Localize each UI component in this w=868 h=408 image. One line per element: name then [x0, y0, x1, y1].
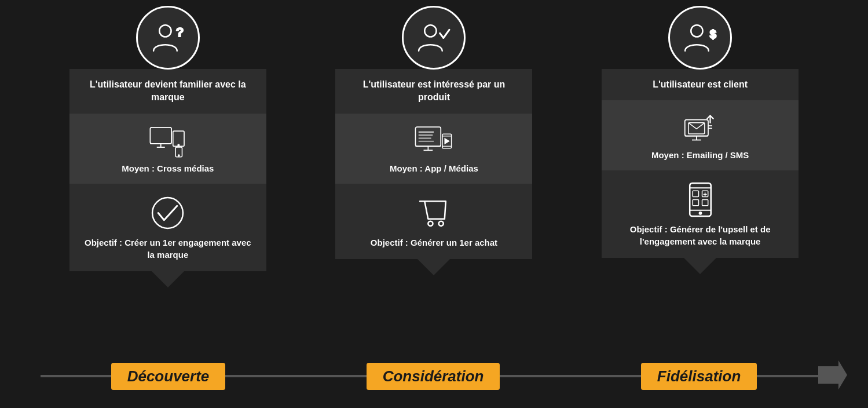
fidelisation-top-text: L'utilisateur est client: [653, 79, 748, 89]
user-question-icon: ?: [149, 19, 186, 57]
card-fidelisation-bottom: Objectif : Générer de l'upsell et de l'e…: [602, 170, 799, 258]
label-items: Découverte Considération Fidélisation: [41, 363, 827, 390]
label-box-fidelisation: Fidélisation: [641, 363, 757, 390]
card-decouverte: L'utilisateur devient familier avec la m…: [69, 69, 266, 271]
decouverte-middle-text: Moyen : Cross médias: [122, 163, 214, 173]
decouverte-bottom-text: Objectif : Créer un 1er engagement avec …: [81, 236, 255, 261]
decouverte-arrow-down: [152, 271, 184, 287]
decouverte-label: Découverte: [127, 367, 210, 385]
decouverte-top-text: L'utilisateur devient familier avec la m…: [90, 79, 246, 102]
svg-rect-44: [702, 200, 708, 206]
consideration-top-text: L'utilisateur est intéressé par un produ…: [363, 79, 506, 102]
mobile-app-icon: [682, 181, 719, 218]
svg-rect-6: [173, 131, 184, 146]
label-box-decouverte: Découverte: [111, 363, 226, 390]
svg-point-0: [160, 25, 171, 37]
emailing-icon: [680, 111, 720, 145]
svg-text:?: ?: [176, 25, 184, 39]
card-decouverte-middle: Moyen : Cross médias: [69, 114, 266, 184]
app-media-icon: [413, 124, 454, 159]
fidelisation-arrow-down: [684, 258, 716, 274]
svg-rect-41: [693, 191, 698, 197]
svg-rect-43: [693, 200, 698, 206]
consideration-icon-circle: [402, 6, 466, 70]
card-consideration-top: L'utilisateur est intéressé par un produ…: [335, 69, 532, 114]
card-fidelisation-top: L'utilisateur est client: [602, 69, 799, 100]
consideration-middle-text: Moyen : App / Médias: [390, 163, 478, 173]
consideration-bottom-text: Objectif : Générer un 1er achat: [371, 236, 497, 249]
bottom-row: Découverte Considération Fidélisation: [17, 350, 851, 402]
main-container: ? L'utilisateur devient familier avec la…: [0, 0, 868, 408]
svg-point-40: [699, 212, 701, 214]
svg-point-8: [178, 144, 180, 146]
columns-row: ? L'utilisateur devient familier avec la…: [17, 6, 851, 350]
card-consideration-bottom: Objectif : Générer un 1er achat: [335, 184, 532, 259]
svg-point-26: [439, 221, 444, 226]
svg-rect-13: [416, 127, 441, 146]
svg-point-27: [691, 25, 702, 37]
user-dollar-icon: $: [682, 19, 719, 57]
fidelisation-middle-text: Moyen : Emailing / SMS: [651, 150, 749, 160]
svg-rect-2: [150, 128, 171, 144]
decouverte-icon-circle: ?: [136, 6, 200, 70]
column-fidelisation: $ L'utilisateur est client: [602, 6, 799, 274]
svg-point-11: [152, 198, 183, 228]
svg-point-10: [178, 155, 180, 156]
svg-text:$: $: [709, 27, 716, 40]
svg-point-25: [428, 221, 433, 226]
svg-marker-22: [445, 139, 449, 144]
card-consideration-middle: Moyen : App / Médias: [335, 114, 532, 184]
svg-point-12: [424, 25, 436, 37]
fidelisation-icon-circle: $: [668, 6, 732, 70]
column-consideration: L'utilisateur est intéressé par un produ…: [335, 6, 532, 275]
cross-media-icon: [148, 124, 188, 159]
cart-icon: [415, 194, 453, 232]
card-decouverte-bottom: Objectif : Créer un 1er engagement avec …: [69, 184, 266, 271]
card-consideration: L'utilisateur est intéressé par un produ…: [335, 69, 532, 259]
card-fidelisation-middle: Moyen : Emailing / SMS: [602, 100, 799, 170]
consideration-label: Considération: [383, 367, 484, 385]
fidelisation-label: Fidélisation: [657, 367, 741, 385]
consideration-arrow-down: [417, 259, 450, 275]
fidelisation-bottom-text: Objectif : Générer de l'upsell et de l'e…: [613, 223, 787, 247]
card-fidelisation: L'utilisateur est client: [602, 69, 799, 258]
column-decouverte: ? L'utilisateur devient familier avec la…: [69, 6, 266, 287]
user-check-icon: [415, 19, 453, 57]
card-decouverte-top: L'utilisateur devient familier avec la m…: [69, 69, 266, 114]
label-box-consideration: Considération: [367, 363, 500, 390]
checkmark-icon: [149, 194, 186, 232]
